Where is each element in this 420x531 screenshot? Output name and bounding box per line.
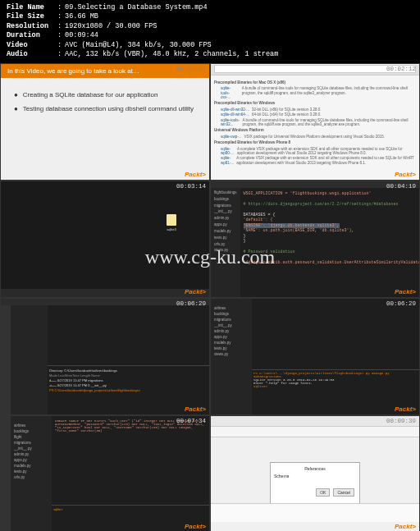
bullet-1: Creating a SQLite database for our appli… <box>23 91 158 98</box>
section-win: Precompiled Binaries for Windows <box>214 101 416 105</box>
packt-logo: Packt> <box>395 405 416 413</box>
link-desc: A complete VSIX package with an extensio… <box>236 156 416 165</box>
meta-filesize: 36.66 MB <box>65 12 98 21</box>
packt-logo: Packt> <box>185 523 206 530</box>
download-link: sqlite-tools-osx-... <box>221 86 240 99</box>
download-link: sqlite-uwp-... <box>221 135 242 139</box>
link-desc: A bundle of command-line tools for manag… <box>242 118 416 127</box>
packt-logo: Packt> <box>185 405 206 413</box>
video-metadata: File Name : 09.Selecting a Database Syst… <box>0 0 420 63</box>
file-explorer: airlines bookings migrations __init__.py… <box>211 299 252 414</box>
meta-label-filename: File Name <box>7 3 57 12</box>
packt-logo: Packt> <box>185 288 206 295</box>
download-link: sqlite-wp81-... <box>221 156 234 165</box>
meta-label-duration: Duration <box>7 31 57 40</box>
bullet-2: Testing database connection using dbshel… <box>23 105 194 112</box>
file-explorer <box>11 305 48 414</box>
link-desc: A bundle of command-line tools for manag… <box>242 86 416 99</box>
section-uwp: Universal Windows Platform <box>214 128 416 132</box>
timestamp-2: 00:02:12 <box>386 66 416 72</box>
timestamp-7: 00:07:34 <box>176 418 206 424</box>
bullet-icon: ● <box>14 91 18 98</box>
packt-logo: Packt> <box>395 523 416 530</box>
timestamp-3: 00:03:14 <box>176 183 206 190</box>
link-desc: 32-bit DLL (x86) for SQLite version 3.28… <box>252 108 321 112</box>
thumbnail-5[interactable]: 00:06:29 Directory: C:\Users\lucidcode\a… <box>0 298 210 415</box>
download-link: sqlite-dll-win32-... <box>221 108 249 112</box>
thumbnail-3[interactable]: 00:03:14 sqlite3 Packt> <box>0 181 210 298</box>
thumbnail-1[interactable]: 00:01:01 In this Video, we are going to … <box>0 63 210 181</box>
activity-bar <box>1 305 11 414</box>
meta-label-audio: Audio <box>7 50 57 59</box>
editor-pane: CREATE TABLE IF NOT EXISTS "auth_user" (… <box>52 416 209 505</box>
toolbar <box>211 427 419 437</box>
timestamp-6: 00:06:29 <box>386 300 416 307</box>
bottom-panel <box>211 503 419 522</box>
packt-logo: Packt> <box>395 171 416 178</box>
download-link: sqlite-tools-win32... <box>221 118 240 127</box>
link-desc: 64-bit DLL (x64) for SQLite version 3.28… <box>252 112 321 117</box>
meta-label-resolution: Resolution <box>7 22 57 31</box>
file-explorer: flightbookings bookings migrations __ini… <box>211 188 240 297</box>
timestamp-8: 00:09:39 <box>386 418 416 424</box>
taskbar <box>1 289 209 297</box>
meta-duration: 00:09:44 <box>65 31 98 40</box>
section-wp: Precompiled Binaries for Windows Phone 8 <box>214 140 416 144</box>
thumbnail-7[interactable]: 00:07:34 airlines bookings flight migrat… <box>0 415 210 531</box>
file-explorer: airlines bookings flight migrations __in… <box>11 416 52 531</box>
cancel-button: Cancel <box>333 488 354 497</box>
bullet-icon: ● <box>14 105 18 112</box>
link-desc: A complete VSIX package with an extensio… <box>237 147 416 156</box>
download-link: sqlite-dll-win64-... <box>221 112 249 117</box>
thumbnail-grid: 00:01:01 In this Video, we are going to … <box>0 63 420 531</box>
thumbnail-4[interactable]: 00:04:19 flightbookings bookings migrati… <box>210 181 420 298</box>
thumbnail-2[interactable]: 00:02:12 Precompiled Binaries for Mac OS… <box>210 63 420 181</box>
meta-filename: 09.Selecting a Database System.mp4 <box>65 3 207 12</box>
meta-label-filesize: File Size <box>7 12 57 21</box>
link-desc: VSIX package for Universal Windows Platf… <box>244 135 386 139</box>
thumbnail-6[interactable]: 00:06:29 airlines bookings migrations __… <box>210 298 420 415</box>
editor-pane <box>252 299 419 369</box>
timestamp-5: 00:06:29 <box>176 300 206 307</box>
timestamp-4: 00:04:19 <box>386 183 416 190</box>
download-link: sqlite-wp80-... <box>221 147 235 156</box>
meta-resolution: 1920x1080 / 30.000 FPS <box>65 22 157 31</box>
dialog-title: References <box>274 466 356 471</box>
meta-video: AVC (Main@L4), 384 kb/s, 30.000 FPS <box>65 41 212 50</box>
ok-button: OK <box>316 488 330 497</box>
activity-bar <box>1 416 11 531</box>
file-icon <box>167 214 176 226</box>
code-editor: WSGI_APPLICATION = 'flightbookings.wsgi.… <box>240 188 420 297</box>
packt-logo: Packt> <box>185 171 206 178</box>
thumbnail-8[interactable]: 00:09:39 References Schema OK Cancel Pac… <box>210 415 420 531</box>
meta-audio: AAC, 132 kb/s (VBR), 48.0 kHz, 2 channel… <box>65 50 278 59</box>
meta-label-video: Video <box>7 41 57 50</box>
section-mac: Precompiled Binaries for Mac OS X (x86) <box>214 80 416 85</box>
file-label: sqlite3 <box>165 227 178 231</box>
timestamp-1: 00:01:01 <box>176 66 206 72</box>
packt-logo: Packt> <box>395 288 416 295</box>
editor-pane <box>48 305 209 365</box>
desktop-file-icon: sqlite3 <box>165 214 178 231</box>
